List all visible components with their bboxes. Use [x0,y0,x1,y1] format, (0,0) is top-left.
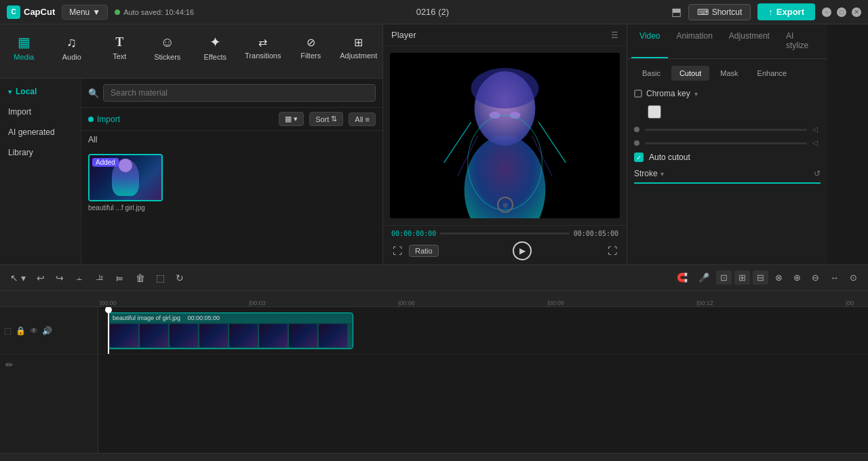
maximize-button[interactable]: □ [837,7,846,17]
chroma-key-label: Chroma key [646,89,690,98]
toolbar-item-audio[interactable]: ♫ Audio [48,27,96,68]
export-button[interactable]: ↑ Export [757,3,815,20]
toolbar-item-adjustment[interactable]: ⊞ Adjustment [335,27,383,68]
close-button[interactable]: ✕ [852,7,861,17]
shrink-button[interactable]: ⊖ [808,270,823,285]
media-thumbnail[interactable]: Added [88,154,163,201]
left-section-body: ▾ Local Import AI generated Library 🔍 [0,79,382,264]
center-indicator[interactable]: ⊕ [497,197,513,213]
search-icon: 🔍 [88,88,99,98]
layout2-button[interactable]: ⊞ [734,270,750,285]
minimize-button[interactable]: － [822,7,831,17]
stroke-expand-icon[interactable]: ▾ [660,170,664,178]
sub-tab-enhance[interactable]: Enhance [749,66,795,81]
sidebar-item-local[interactable]: ▾ Local [0,81,81,102]
expand-button[interactable]: ⛶ [606,244,618,258]
tab-adjustment[interactable]: Adjustment [721,24,778,58]
sidebar-item-library[interactable]: Library [0,142,81,163]
sidebar-item-import[interactable]: Import [0,102,81,122]
toolbar-item-media[interactable]: ▦ Media [0,27,48,68]
tab-video[interactable]: Video [631,24,668,58]
player-progress-bar[interactable] [440,233,570,235]
left-section: ▦ Media ♫ Audio T Text ☺ Stickers ✦ Effe… [0,24,383,264]
delete-button[interactable]: 🗑 [132,270,149,285]
sort-label: Sort [315,115,329,123]
mic-button[interactable]: 🎤 [694,270,713,285]
toolbar-item-transitions[interactable]: ⇄ Transitions [239,27,288,68]
toolbar-item-text[interactable]: T Text [96,27,144,68]
track-icon-main-2[interactable]: 🔒 [16,326,26,336]
track-clip-main[interactable]: beautiful image of girl.jpg 00:00:05:00 [108,313,353,349]
menu-button[interactable]: Menu ▼ [62,5,108,20]
toolbar-item-filters[interactable]: ⊘ Filters [287,27,335,68]
chroma-key-expand-icon[interactable]: ▾ [694,90,698,98]
player-controls: 00:00:00:00 00:00:05:00 ⛶ Ratio ▶ ⛶ [383,225,627,264]
magnet-button[interactable]: 🧲 [673,270,692,285]
loop-button[interactable]: ↻ [172,270,187,285]
menu-chevron-icon: ▼ [92,7,100,17]
toolbar-item-stickers[interactable]: ☺ Stickers [144,27,192,68]
layout3-button[interactable]: ⊟ [753,270,768,285]
timeline-tools-left: ↖ ▾ ↩ ↪ ⫠ ⫡ ⫢ 🗑 ⬚ ↻ [7,270,187,285]
undo-button[interactable]: ↩ [33,270,48,285]
track-icon-main-3[interactable]: 👁 [30,326,38,336]
shortcut-button[interactable]: ⌨ Shortcut [688,4,751,20]
layout1-button[interactable]: ⊡ [716,270,732,285]
player-video-content [390,53,620,218]
auto-cutout-label: Auto cutout [649,153,690,162]
text-label: Text [113,52,126,60]
adjustment-label: Adjustment [340,52,377,60]
grid-view-button[interactable]: ▦ ▾ [279,112,304,126]
library-label: Library [8,148,33,157]
clip-name: beautiful image of girl.jpg [113,315,180,321]
import-button[interactable]: Import [88,115,120,124]
timeline-scrollbar[interactable] [0,453,868,461]
track-edit-row: ✏ [0,355,98,375]
auto-saved-indicator: Auto saved: 10:44:16 [115,8,194,16]
filter-button[interactable]: All ≡ [349,113,376,126]
redo-button[interactable]: ↪ [52,270,67,285]
tab-animation[interactable]: Animation [668,24,720,58]
search-input[interactable] [103,84,376,102]
sub-tab-basic[interactable]: Basic [634,66,669,81]
slider-row-1: ◁ [634,125,821,134]
filters-icon: ⊘ [307,36,315,49]
zoom-button[interactable]: ⊙ [846,270,861,285]
app-name: CapCut [24,7,55,17]
move-button[interactable]: ↔ [826,270,843,285]
sub-tab-mask[interactable]: Mask [712,66,746,81]
track-icon-main-1[interactable]: ⬚ [4,326,12,336]
toolbar-item-effects[interactable]: ✦ Effects [191,27,239,68]
track-edit-button[interactable]: ✏ [5,359,14,370]
play-button[interactable]: ▶ [513,241,532,260]
fullscreen-button[interactable]: ⛶ [391,244,403,258]
timeline-playhead-area: beautiful image of girl.jpg 00:00:05:00 [98,307,868,453]
stroke-refresh-icon[interactable]: ↺ [814,169,821,178]
sidebar-item-ai-generated[interactable]: AI generated [0,122,81,142]
auto-cutout-row: ✓ Auto cutout [634,153,821,162]
tab-ai-stylize[interactable]: AI stylize [778,24,823,58]
slider-2-track[interactable] [645,142,807,144]
sub-tab-cutout[interactable]: Cutout [671,66,709,81]
auto-cutout-checkbox[interactable]: ✓ [634,153,644,162]
player-menu-icon[interactable]: ☰ [611,31,618,40]
split-button[interactable]: ⫠ [71,270,87,285]
chroma-key-color-swatch[interactable] [648,105,661,119]
split3-button[interactable]: ⫢ [112,270,128,285]
ruler-mark-3: |00:09 [546,300,695,306]
grid-chevron-icon: ▾ [294,115,298,123]
expand-button[interactable]: ⊕ [789,270,805,285]
sort-button[interactable]: Sort ⇅ [309,112,343,126]
ratio-button[interactable]: Ratio [409,245,439,257]
vcut-button[interactable]: ⊗ [771,270,787,285]
chroma-key-toggle[interactable] [634,89,642,98]
split2-button[interactable]: ⫡ [92,270,108,285]
box-button[interactable]: ⬚ [153,270,168,285]
cursor-tool-button[interactable]: ↖ ▾ [7,270,29,285]
sort-icon: ⇅ [331,115,337,123]
list-item[interactable]: Added beautiful ...f girl.jpg [88,154,163,212]
slider-1-track[interactable] [645,129,807,131]
timeline-toolbar: ↖ ▾ ↩ ↪ ⫠ ⫡ ⫢ 🗑 ⬚ ↻ 🧲 🎤 ⊡ ⊞ ⊟ ⊗ ⊕ ⊖ ↔ ⊙ [0,265,868,291]
filter-icon: ≡ [366,115,370,123]
track-icon-main-4[interactable]: 🔊 [42,326,52,336]
